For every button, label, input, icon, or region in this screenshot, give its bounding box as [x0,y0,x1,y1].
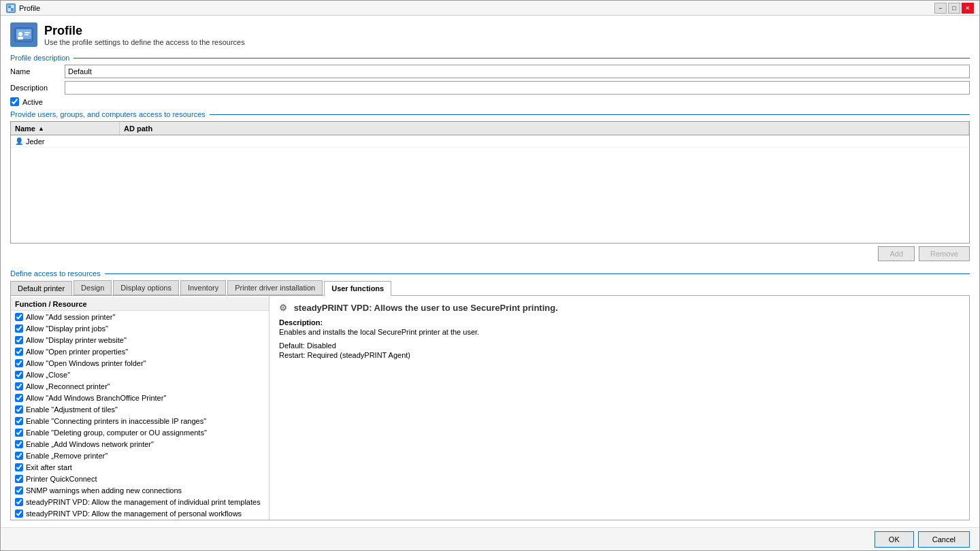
func-checkbox-9[interactable] [15,405,23,414]
func-label-17: steadyPRINT VPD: Allow the management of… [26,498,261,506]
access-section: Define access to resources Default print… [10,269,970,520]
func-list-header: Function / Resource [11,297,269,311]
func-label-2: Allow "Display print jobs" [26,324,108,333]
func-item-8[interactable]: Allow "Add Windows BranchOffice Printer" [11,392,269,403]
func-item-5[interactable]: Allow "Open Windows printer folder" [11,357,269,369]
func-item-4[interactable]: Allow "Open printer properties" [11,346,269,357]
func-item-16[interactable]: SNMP warnings when adding new connection… [11,484,269,496]
users-section: Provide users, groups, and computers acc… [10,110,970,265]
name-input[interactable] [65,65,970,78]
func-item-13[interactable]: Enable „Remove printer" [11,450,269,461]
func-checkbox-7[interactable] [15,382,23,390]
func-item-12[interactable]: Enable „Add Windows network printer" [11,438,269,450]
func-item-18[interactable]: steadyPRINT VPD: Allow the management of… [11,507,269,519]
tab-inventory[interactable]: Inventory [180,280,226,295]
func-checkbox-14[interactable] [15,463,23,471]
func-checkbox-18[interactable] [15,510,23,518]
tab-design[interactable]: Design [74,280,112,295]
func-item-19[interactable]: steadyPRINT VPD: Allows the user to use … [11,519,269,520]
profile-icon [10,22,37,47]
minimize-button[interactable]: − [934,3,947,14]
func-checkbox-3[interactable] [15,336,23,344]
svg-rect-7 [24,32,30,33]
page-title: Profile [44,24,245,38]
func-checkbox-17[interactable] [15,498,23,506]
description-input[interactable] [65,81,970,95]
tab-default-printer[interactable]: Default printer [10,281,72,296]
add-button[interactable]: Add [878,246,915,261]
name-row: Name [10,65,970,78]
bottom-bar: OK Cancel [1,527,979,550]
func-item-7[interactable]: Allow „Reconnect printer" [11,380,269,392]
func-item-9[interactable]: Enable "Adjustment of tiles" [11,403,269,415]
func-item-17[interactable]: steadyPRINT VPD: Allow the management of… [11,496,269,507]
svg-rect-1 [8,5,11,8]
func-checkbox-5[interactable] [15,359,23,367]
func-items-container: Allow "Add session printer"Allow "Displa… [11,311,269,520]
func-label-10: Enable "Connecting printers in inaccessi… [26,417,206,425]
active-label: Active [22,98,43,106]
func-item-3[interactable]: Allow "Display printer website" [11,334,269,346]
active-checkbox[interactable] [10,97,19,106]
func-item-1[interactable]: Allow "Add session printer" [11,311,269,322]
users-section-label: Provide users, groups, and computers acc… [10,110,970,118]
func-checkbox-13[interactable] [15,452,23,460]
func-checkbox-11[interactable] [15,429,23,437]
func-label-16: SNMP warnings when adding new connection… [26,486,182,495]
func-label-6: Allow „Close" [26,371,70,379]
func-checkbox-1[interactable] [15,313,23,321]
func-checkbox-16[interactable] [15,486,23,495]
description-row: Description [10,81,970,95]
func-label-8: Allow "Add Windows BranchOffice Printer" [26,394,166,402]
detail-title-text: steadyPRINT VPD: Allows the user to use … [294,303,558,313]
detail-default: Default: Disabled [279,341,960,350]
name-label: Name [10,67,65,76]
detail-desc-label: Description: [279,318,960,327]
close-button[interactable]: ✕ [962,3,974,14]
col-name: Name ▲ [11,122,120,135]
detail-panel: ⚙ steadyPRINT VPD: Allows the user to us… [270,296,969,520]
profile-description-label: Profile description [10,54,970,62]
maximize-button[interactable]: □ [948,3,960,14]
col-adpath: AD path [120,122,969,135]
table-header: Name ▲ AD path [11,122,969,135]
func-checkbox-6[interactable] [15,371,23,379]
func-item-2[interactable]: Allow "Display print jobs" [11,322,269,334]
func-label-5: Allow "Open Windows printer folder" [26,359,146,367]
header-text: Profile Use the profile settings to defi… [44,24,245,46]
active-row: Active [10,97,970,106]
main-content: Profile Use the profile settings to defi… [1,16,979,527]
func-label-12: Enable „Add Windows network printer" [26,440,154,448]
func-label-14: Exit after start [26,463,72,471]
detail-title-row: ⚙ steadyPRINT VPD: Allows the user to us… [279,303,960,313]
tab-content-area: Function / Resource Allow "Add session p… [10,295,970,520]
detail-restart: Restart: Required (steadyPRINT Agent) [279,351,960,359]
func-checkbox-12[interactable] [15,440,23,448]
func-label-3: Allow "Display printer website" [26,336,127,344]
ok-button[interactable]: OK [875,531,914,548]
add-remove-buttons: Add Remove [10,246,970,261]
func-checkbox-4[interactable] [15,348,23,356]
tab-user-functions[interactable]: User functions [324,281,391,296]
func-item-11[interactable]: Enable "Deleting group, computer or OU a… [11,427,269,438]
remove-button[interactable]: Remove [919,246,970,261]
page-subtitle: Use the profile settings to define the a… [44,38,245,46]
cancel-button[interactable]: Cancel [918,531,970,548]
func-label-1: Allow "Add session printer" [26,313,115,321]
func-item-10[interactable]: Enable "Connecting printers in inaccessi… [11,415,269,427]
window-title: Profile [19,4,934,12]
tab-printer-driver[interactable]: Printer driver installation [227,280,323,295]
func-checkbox-10[interactable] [15,417,23,425]
table-row[interactable]: 👤 Jeder [11,135,969,148]
func-item-15[interactable]: Printer QuickConnect [11,473,269,484]
func-item-6[interactable]: Allow „Close" [11,369,269,380]
tab-display-options[interactable]: Display options [113,280,179,295]
func-label-18: steadyPRINT VPD: Allow the management of… [26,510,242,518]
func-checkbox-2[interactable] [15,324,23,333]
window-icon [6,3,16,13]
func-checkbox-15[interactable] [15,475,23,483]
func-checkbox-8[interactable] [15,394,23,402]
functions-list[interactable]: Function / Resource Allow "Add session p… [11,296,270,520]
title-bar: Profile − □ ✕ [1,1,979,16]
func-item-14[interactable]: Exit after start [11,461,269,473]
